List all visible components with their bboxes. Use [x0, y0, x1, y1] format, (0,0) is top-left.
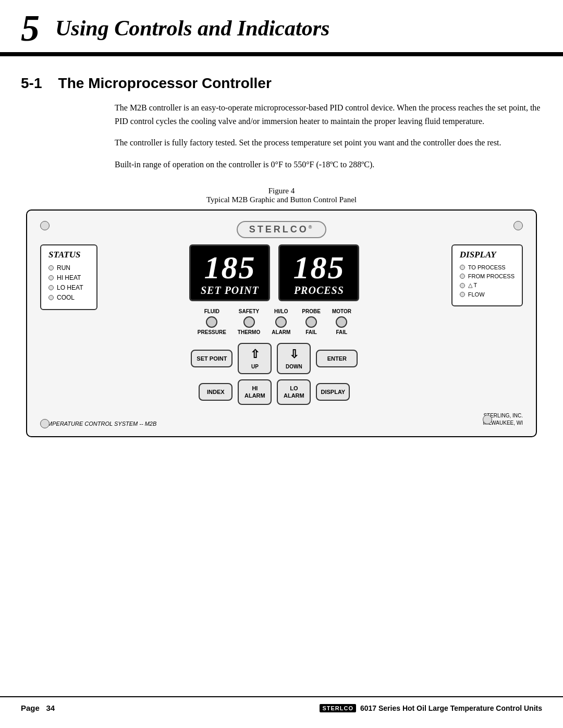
display-button[interactable]: DISPLAY: [316, 383, 350, 401]
fault-probe-bottom: FAIL: [305, 329, 317, 336]
status-hi-heat: HI HEAT: [48, 274, 89, 281]
fault-motor-fail: MOTOR FAIL: [332, 309, 351, 336]
footer-text: 6017 Series Hot Oil Large Temperature Co…: [360, 704, 542, 712]
display-flow: FLOW: [460, 291, 515, 298]
section-title: The Microprocessor Controller: [58, 75, 272, 91]
led-delta-t: [460, 283, 465, 288]
fault-circle-4: [336, 316, 347, 328]
display-to-process-label: TO PROCESS: [468, 264, 506, 270]
status-cool: COOL: [48, 294, 89, 301]
fault-circle-1: [243, 316, 255, 328]
fault-circle-3: [305, 316, 317, 328]
fault-fluid-bottom: PRESSURE: [198, 329, 226, 336]
lo-alarm-button[interactable]: LOALARM: [277, 379, 311, 405]
buttons-section: SET POINT ⇧ UP ⇩ DOWN ENTER INDEX HIAL: [191, 343, 358, 404]
button-row-1: SET POINT ⇧ UP ⇩ DOWN ENTER: [191, 343, 358, 374]
process-value: 185: [289, 251, 348, 283]
section-number: 5-1: [21, 75, 42, 91]
display-from-process: FROM PROCESS: [460, 273, 515, 279]
section-heading: 5-1 The Microprocessor Controller: [21, 75, 542, 92]
led-run: [48, 265, 54, 270]
body-text: The M2B controller is an easy-to-operate…: [115, 101, 542, 171]
up-button[interactable]: ⇧ UP: [238, 343, 272, 374]
status-hi-heat-label: HI HEAT: [57, 274, 81, 281]
fault-fluid-pressure: FLUID PRESSURE: [198, 309, 226, 336]
status-lo-heat: LO HEAT: [48, 284, 89, 291]
fault-hilo-bottom: ALARM: [272, 329, 290, 336]
panel-bottom-text: TEMPERATURE CONTROL SYSTEM -- M2B: [40, 421, 156, 427]
corner-circle-bl: [40, 419, 50, 428]
controller-panel: STERLCO® STATUS RUN HI HEAT LO HEAT COOL: [26, 209, 537, 437]
fault-fluid-top: FLUID: [204, 309, 219, 315]
set-point-button[interactable]: SET POINT: [191, 350, 232, 367]
footer-page: Page 34: [21, 704, 55, 712]
led-flow: [460, 292, 465, 297]
display-from-process-label: FROM PROCESS: [468, 273, 515, 279]
button-row-2: INDEX HIALARM LOALARM DISPLAY: [199, 379, 350, 405]
fault-safety-thermo: SAFETY THERMO: [238, 309, 260, 336]
status-run-label: RUN: [57, 264, 70, 272]
panel-bottom-left: TEMPERATURE CONTROL SYSTEM -- M2B: [40, 421, 156, 427]
status-run: RUN: [48, 264, 89, 272]
setpoint-value: 185: [200, 251, 259, 283]
fault-hilo-top: HI/LO: [274, 309, 288, 315]
paragraph-3: Built-in range of operation on the contr…: [115, 158, 542, 171]
hi-alarm-label: HIALARM: [244, 385, 265, 399]
corner-circle-tr: [513, 221, 523, 230]
status-box: STATUS RUN HI HEAT LO HEAT COOL: [40, 244, 97, 310]
display-delta-t: △ T: [460, 282, 515, 289]
corner-circle-br: [483, 415, 492, 424]
panel-top-row: STERLCO®: [40, 221, 523, 238]
status-title: STATUS: [48, 250, 89, 260]
paragraph-2: The controller is fully factory tested. …: [115, 136, 542, 150]
fault-safety-bottom: THERMO: [238, 329, 260, 336]
chapter-header: 5 Using Controls and Indicators: [0, 0, 563, 54]
process-label: PROCESS: [289, 285, 348, 297]
hi-alarm-button[interactable]: HIALARM: [238, 379, 272, 405]
corner-circle-tl: [40, 221, 50, 230]
status-lo-heat-label: LO HEAT: [57, 284, 83, 291]
fault-circle-2: [275, 316, 287, 328]
fault-probe-fail: PROBE FAIL: [302, 309, 321, 336]
process-display: 185 PROCESS: [278, 244, 359, 301]
fault-circle-0: [206, 316, 217, 328]
status-cool-label: COOL: [57, 294, 75, 301]
down-label: DOWN: [281, 363, 307, 370]
figure-title: Typical M2B Graphic and Button Control P…: [21, 195, 542, 204]
led-from-process: [460, 274, 465, 279]
index-button[interactable]: INDEX: [199, 383, 232, 401]
fault-indicators-row: FLUID PRESSURE SAFETY THERMO HI/LO ALARM…: [198, 309, 351, 336]
setpoint-display: 185 SET POINT: [189, 244, 270, 301]
display-flow-label: FLOW: [468, 291, 485, 298]
led-lo-heat: [48, 285, 54, 290]
down-arrow-icon: ⇩: [289, 348, 299, 361]
figure-number: Figure 4: [21, 187, 542, 195]
enter-button[interactable]: ENTER: [316, 350, 358, 367]
displays-row: 185 SET POINT 185 PROCESS: [189, 244, 359, 301]
led-to-process: [460, 265, 465, 270]
led-hi-heat: [48, 275, 54, 280]
header-divider: [0, 54, 563, 56]
fault-motor-bottom: FAIL: [336, 329, 348, 336]
displays-area: 185 SET POINT 185 PROCESS FLUID PRESSURE…: [106, 244, 443, 404]
panel-bottom-right: STERLING, INC. MILWAUKEE, WI: [483, 412, 523, 427]
panel-bottom: TEMPERATURE CONTROL SYSTEM -- M2B STERLI…: [40, 412, 523, 427]
paragraph-1: The M2B controller is an easy-to-operate…: [115, 101, 542, 128]
figure-caption: Figure 4 Typical M2B Graphic and Button …: [21, 187, 542, 204]
panel-logo: STERLCO®: [237, 221, 327, 238]
panel-main-row: STATUS RUN HI HEAT LO HEAT COOL: [40, 244, 523, 404]
display-title: DISPLAY: [460, 250, 515, 260]
display-box: DISPLAY TO PROCESS FROM PROCESS △ T FLOW: [451, 244, 523, 306]
fault-safety-top: SAFETY: [239, 309, 259, 315]
fault-probe-top: PROBE: [302, 309, 321, 315]
lo-alarm-label: LOALARM: [284, 385, 304, 399]
page-footer: Page 34 STERLCO 6017 Series Hot Oil Larg…: [0, 696, 563, 712]
chapter-title: Using Controls and Indicators: [55, 16, 329, 40]
led-cool: [48, 295, 54, 300]
down-button[interactable]: ⇩ DOWN: [277, 343, 311, 374]
display-delta-t-label: △ T: [468, 282, 478, 289]
chapter-number: 5: [21, 9, 40, 47]
fault-motor-top: MOTOR: [332, 309, 351, 315]
footer-center: STERLCO 6017 Series Hot Oil Large Temper…: [320, 704, 542, 712]
up-label: UP: [242, 363, 267, 370]
